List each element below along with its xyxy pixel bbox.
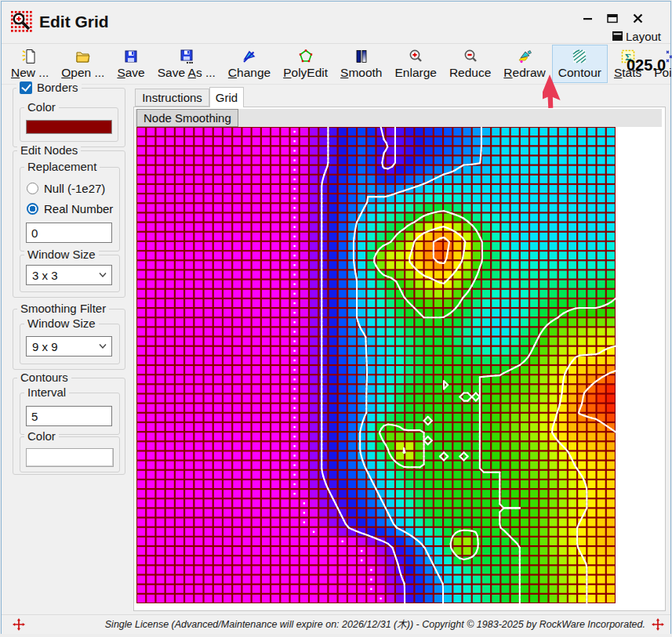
toolbar-button-reduce[interactable]: Reduce bbox=[443, 45, 497, 83]
borders-label: Borders bbox=[37, 81, 78, 94]
edit-nodes-label: Edit Nodes bbox=[17, 143, 81, 157]
replacement-option-real[interactable]: Real Number bbox=[27, 202, 113, 215]
toolbar-button-new[interactable]: New ... bbox=[5, 45, 55, 83]
smoothing-window-size-value: 9 x 9 bbox=[32, 340, 58, 353]
toolbar-button-polyedit[interactable]: PolyEdit bbox=[277, 45, 334, 83]
edit-nodes-group: Edit Nodes Replacement Null (-1e27) Real… bbox=[13, 150, 125, 298]
node-smoothing-button[interactable]: Node Smoothing bbox=[136, 109, 238, 127]
smoothing-window-size-select[interactable]: 9 x 9 bbox=[26, 336, 112, 357]
smoothing-window-size-group: Window Size 9 x 9 bbox=[20, 324, 120, 364]
smooth-bars-icon bbox=[354, 48, 369, 65]
toolbar-button-smooth[interactable]: Smooth bbox=[334, 45, 388, 83]
toolbar-button-label: Enlarge bbox=[394, 66, 436, 80]
layout-icon bbox=[612, 31, 623, 42]
null-radio[interactable] bbox=[27, 183, 38, 194]
chevron-down-icon bbox=[99, 343, 107, 349]
contour-interval-input[interactable] bbox=[26, 406, 112, 426]
move-crosshair-icon bbox=[652, 618, 664, 631]
close-button[interactable] bbox=[630, 11, 645, 25]
polygon-icon bbox=[298, 48, 314, 65]
border-color-swatch[interactable] bbox=[26, 120, 112, 134]
contour-interval-group: Interval bbox=[20, 393, 120, 435]
replacement-value-input[interactable] bbox=[26, 223, 112, 243]
toolbar-button-label: Open ... bbox=[61, 66, 104, 80]
node-smoothing-strip: Node Smoothing bbox=[135, 109, 662, 127]
edit-window-size-group: Window Size 3 x 3 bbox=[20, 255, 120, 292]
replacement-option-null[interactable]: Null (-1e27) bbox=[27, 182, 105, 195]
save-as-floppy-icon bbox=[179, 48, 194, 65]
toolbar-button-label: New ... bbox=[11, 66, 49, 80]
real-number-radio-label: Real Number bbox=[44, 202, 113, 215]
move-crosshair-icon bbox=[13, 618, 25, 631]
chevron-down-icon bbox=[99, 272, 107, 278]
license-status-text: Single License (Advanced/Maintenance wil… bbox=[105, 618, 645, 632]
replacement-group: Replacement Null (-1e27) Real Number bbox=[20, 167, 120, 252]
toolbar-button-label: Change bbox=[228, 66, 271, 80]
border-color-label: Color bbox=[24, 100, 59, 114]
edit-window-size-value: 3 x 3 bbox=[32, 269, 58, 282]
grid-heatmap[interactable] bbox=[136, 127, 616, 603]
grid-tab-content: Node Smoothing bbox=[133, 107, 666, 611]
mouse-cursor-arrow bbox=[543, 73, 576, 115]
toolbar-button-label: Save As ... bbox=[158, 66, 216, 80]
new-file-icon bbox=[22, 48, 38, 65]
toolbar-button-label: Reduce bbox=[449, 66, 491, 80]
tab-grid-label: Grid bbox=[216, 91, 238, 104]
paint-bucket-icon bbox=[517, 48, 532, 65]
maximize-button[interactable] bbox=[605, 11, 620, 25]
layout-button[interactable]: Layout bbox=[612, 28, 661, 44]
border-color-group: Color bbox=[20, 107, 118, 142]
null-radio-label: Null (-1e27) bbox=[44, 182, 105, 195]
toolbar-button-label: Smooth bbox=[340, 66, 382, 80]
tab-grid[interactable]: Grid bbox=[209, 87, 244, 107]
smoothing-window-size-label: Window Size bbox=[24, 317, 99, 330]
toolbar-button-label: PolyEdit bbox=[283, 66, 328, 80]
contours-label: Contours bbox=[17, 371, 71, 384]
borders-group: Borders Color bbox=[13, 88, 125, 147]
replacement-label: Replacement bbox=[24, 160, 100, 173]
zoom-out-icon bbox=[463, 48, 478, 65]
edit-window-size-select[interactable]: 3 x 3 bbox=[26, 265, 112, 285]
toolbar-button-open[interactable]: Open ... bbox=[55, 45, 111, 83]
toolbar: New ...Open ...SaveSave As ...ChangePoly… bbox=[5, 45, 624, 83]
change-pencil-icon bbox=[242, 48, 257, 65]
edit-grid-window: Edit Grid Layout New ...Open ...SaveSave… bbox=[1, 1, 671, 634]
contour-color-swatch[interactable] bbox=[26, 448, 114, 467]
toolbar-button-change[interactable]: Change bbox=[222, 45, 277, 83]
layout-label: Layout bbox=[626, 30, 661, 43]
toolbar-button-label: Redraw bbox=[503, 66, 545, 80]
app-icon bbox=[10, 10, 34, 34]
toolbar-button-save[interactable]: Save bbox=[111, 45, 151, 83]
contour-color-group: Color bbox=[20, 436, 120, 472]
toolbar-button-label: Save bbox=[117, 66, 144, 80]
toolbar-button-enlarge[interactable]: Enlarge bbox=[388, 45, 442, 83]
toolbar-button-save-as[interactable]: Save As ... bbox=[151, 45, 222, 83]
window-title: Edit Grid bbox=[39, 13, 109, 31]
screen: Edit Grid Layout New ...Open ...SaveSave… bbox=[0, 0, 672, 637]
tab-instructions-label: Instructions bbox=[142, 91, 202, 104]
tab-instructions[interactable]: Instructions bbox=[135, 89, 209, 107]
value-readout: 025.0 bbox=[627, 56, 672, 77]
borders-checkbox[interactable] bbox=[20, 81, 32, 94]
title-bar: Edit Grid Layout bbox=[2, 2, 670, 44]
smoothing-filter-label: Smoothing Filter bbox=[17, 302, 109, 315]
contour-interval-label: Interval bbox=[24, 385, 69, 399]
save-floppy-icon bbox=[123, 48, 139, 65]
edit-window-size-label: Window Size bbox=[24, 248, 99, 261]
contours-group: Contours Interval Color bbox=[13, 378, 125, 475]
minimize-button[interactable] bbox=[579, 11, 595, 25]
real-number-radio[interactable] bbox=[27, 203, 38, 215]
zoom-in-icon bbox=[408, 48, 423, 65]
contour-hatch-icon bbox=[572, 48, 587, 65]
node-smoothing-label: Node Smoothing bbox=[143, 111, 231, 125]
smoothing-filter-group: Smoothing Filter Window Size 9 x 9 bbox=[13, 309, 125, 370]
open-folder-icon bbox=[75, 48, 91, 65]
contour-color-label: Color bbox=[24, 429, 59, 443]
status-bar: Single License (Advanced/Maintenance wil… bbox=[2, 614, 670, 634]
